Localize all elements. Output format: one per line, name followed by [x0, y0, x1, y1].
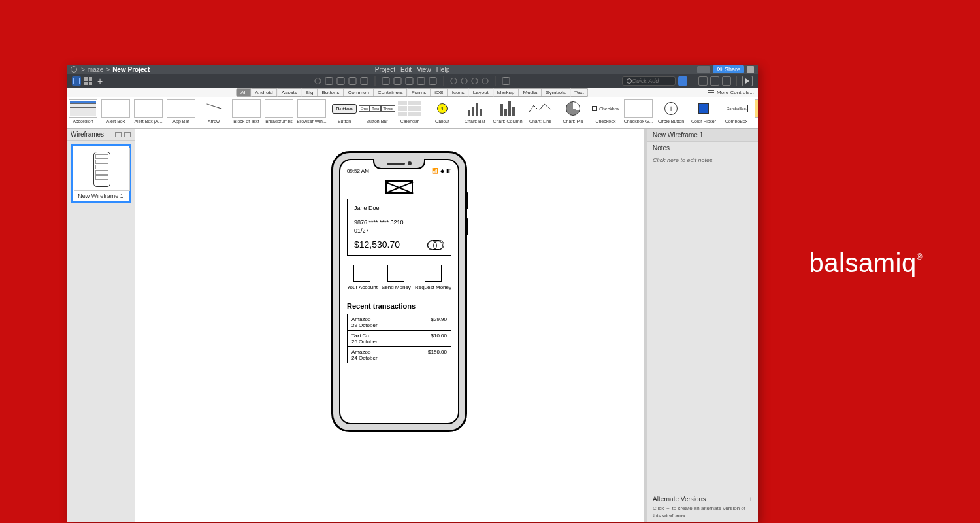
gallery-checkbox-group[interactable]: Checkbox G... — [622, 99, 655, 128]
category-text[interactable]: Text — [570, 88, 589, 97]
crumb-home[interactable]: maze — [88, 66, 103, 73]
gallery-checkbox[interactable]: CheckboxCheckbox — [589, 99, 622, 128]
card-expiry: 01/27 — [354, 228, 444, 234]
properties-icon[interactable] — [722, 76, 731, 86]
menu-view[interactable]: View — [417, 66, 431, 73]
gallery-chart-pie[interactable]: Chart: Pie — [557, 99, 589, 128]
alternate-versions-section: Alternate Versions + Click '+' to create… — [647, 492, 758, 522]
add-alternate-button[interactable]: + — [749, 496, 753, 503]
lock-icon[interactable] — [429, 77, 437, 85]
clipboard-icon[interactable] — [361, 77, 368, 85]
group-icon[interactable] — [382, 77, 390, 85]
menu-edit[interactable]: Edit — [400, 66, 412, 73]
zoom-out-icon[interactable] — [451, 78, 457, 84]
category-all[interactable]: All — [236, 88, 251, 97]
undo-icon[interactable] — [315, 78, 321, 84]
quick-add-input[interactable] — [632, 78, 670, 84]
comments-icon[interactable] — [698, 76, 708, 86]
view-grid-icon[interactable] — [84, 76, 93, 86]
app-smiley-icon[interactable] — [71, 66, 77, 73]
zoom-actual-icon[interactable] — [461, 78, 468, 84]
gallery-breadcrumbs[interactable]: Breadcrumbs — [263, 99, 295, 128]
account-card[interactable]: Jane Doe 9876 **** **** 3210 01/27 $12,5… — [347, 199, 451, 256]
gallery-calendar[interactable]: Calendar — [393, 99, 426, 128]
view-thumb-icon[interactable] — [115, 132, 122, 137]
gallery-button[interactable]: ButtonButton — [328, 99, 361, 128]
gallery-alert-box-android[interactable]: Alert Box (A... — [132, 99, 165, 128]
category-markup[interactable]: Markup — [493, 88, 519, 97]
canvas[interactable]: 09:52 AM 📶 ◆ ▮▯ Jane Doe 9876 **** **** … — [135, 129, 647, 522]
action-row: Your Account Send Money Request Money — [347, 265, 451, 290]
title-right-cluster: ⦿ Share — [697, 65, 754, 73]
add-wireframe-button[interactable]: + — [95, 76, 105, 86]
gallery-button-bar[interactable]: OneTwoThreeButton Bar — [361, 99, 393, 128]
action-request-money[interactable]: Request Money — [415, 265, 451, 290]
crumb-current[interactable]: New Project — [112, 66, 150, 73]
category-media[interactable]: Media — [519, 88, 542, 97]
gallery-circle-button[interactable]: +Circle Button — [655, 99, 687, 128]
action-send-money[interactable]: Send Money — [382, 265, 411, 290]
category-assets[interactable]: Assets — [278, 88, 302, 97]
gallery-alert-box[interactable]: Alert Box — [99, 99, 132, 128]
share-button[interactable]: ⦿ Share — [713, 65, 744, 73]
view-single-icon[interactable] — [72, 76, 81, 86]
canvas-scrollbar[interactable] — [644, 129, 647, 522]
transaction-row[interactable]: Taxi Co 26 October $10.00 — [348, 331, 451, 347]
category-symbols[interactable]: Symbols — [542, 88, 570, 97]
thumbnail-label: New Wireframe 1 — [74, 193, 127, 199]
gallery-comment[interactable]: Comm — [753, 99, 758, 128]
info-icon[interactable] — [710, 76, 719, 86]
gallery-app-bar[interactable]: App Bar — [165, 99, 197, 128]
transaction-row[interactable]: Amazoo 29 October $29.90 — [348, 314, 451, 331]
category-big[interactable]: Big — [302, 88, 318, 97]
gallery-chart-bar[interactable]: Chart: Bar — [459, 99, 491, 128]
gallery-browser[interactable]: Browser Win... — [295, 99, 328, 128]
ungroup-icon[interactable] — [394, 77, 402, 85]
phone-frame[interactable]: 09:52 AM 📶 ◆ ▮▯ Jane Doe 9876 **** **** … — [331, 151, 467, 432]
category-android[interactable]: Android — [251, 88, 278, 97]
phone-side-button-2 — [466, 218, 468, 235]
quick-add[interactable] — [622, 76, 676, 86]
category-forms[interactable]: Forms — [408, 88, 431, 97]
search-icon — [627, 78, 632, 84]
user-avatar[interactable] — [747, 66, 754, 73]
present-button[interactable] — [742, 76, 753, 86]
transaction-list: Amazoo 29 October $29.90 Taxi Co 26 Octo… — [347, 314, 451, 363]
view-list-icon[interactable] — [124, 132, 131, 137]
category-ios[interactable]: iOS — [431, 88, 448, 97]
notes-input[interactable]: Click here to edit notes. — [647, 154, 758, 166]
gallery-chart-column[interactable]: Chart: Column — [491, 99, 524, 128]
category-containers[interactable]: Containers — [374, 88, 408, 97]
balsamiq-logo: balsamiq® — [809, 248, 923, 278]
copy-icon[interactable] — [337, 77, 345, 85]
category-buttons[interactable]: Buttons — [318, 88, 344, 97]
gallery-callout[interactable]: 1Callout — [426, 99, 459, 128]
zoom-in-icon[interactable] — [472, 78, 478, 84]
zoom-fit-icon[interactable] — [482, 78, 489, 84]
gallery-accordion[interactable]: Accordion — [67, 99, 99, 128]
logo-placeholder[interactable] — [385, 180, 413, 194]
redo-icon[interactable] — [325, 77, 333, 85]
wireframe-thumbnail[interactable]: New Wireframe 1 — [71, 144, 131, 203]
menu-help[interactable]: Help — [436, 66, 450, 73]
control-gallery[interactable]: Accordion Alert Box Alert Box (A... App … — [67, 97, 758, 129]
category-layout[interactable]: Layout — [469, 88, 493, 97]
category-icons[interactable]: Icons — [448, 88, 469, 97]
action-your-account[interactable]: Your Account — [347, 265, 378, 290]
more-controls-button[interactable]: More Controls... — [708, 90, 758, 95]
category-common[interactable]: Common — [344, 88, 374, 97]
markup-toggle-icon[interactable] — [502, 77, 510, 85]
paste-icon[interactable] — [349, 77, 357, 85]
menu-project[interactable]: Project — [375, 66, 395, 73]
ui-library-toggle[interactable] — [678, 76, 687, 86]
send-back-icon[interactable] — [417, 77, 425, 85]
toolbar: + — [67, 74, 758, 88]
gallery-color-picker[interactable]: Color Picker — [687, 99, 720, 128]
gallery-arrow[interactable]: Arrow — [197, 99, 230, 128]
gallery-combobox[interactable]: ComboBox▾ComboBox — [720, 99, 753, 128]
bring-front-icon[interactable] — [406, 77, 414, 85]
gallery-block-text[interactable]: Block of Text — [230, 99, 263, 128]
edit-mode-toggle[interactable] — [697, 66, 710, 73]
gallery-chart-line[interactable]: Chart: Line — [524, 99, 557, 128]
transaction-row[interactable]: Amazoo 24 October $150.00 — [348, 347, 451, 363]
